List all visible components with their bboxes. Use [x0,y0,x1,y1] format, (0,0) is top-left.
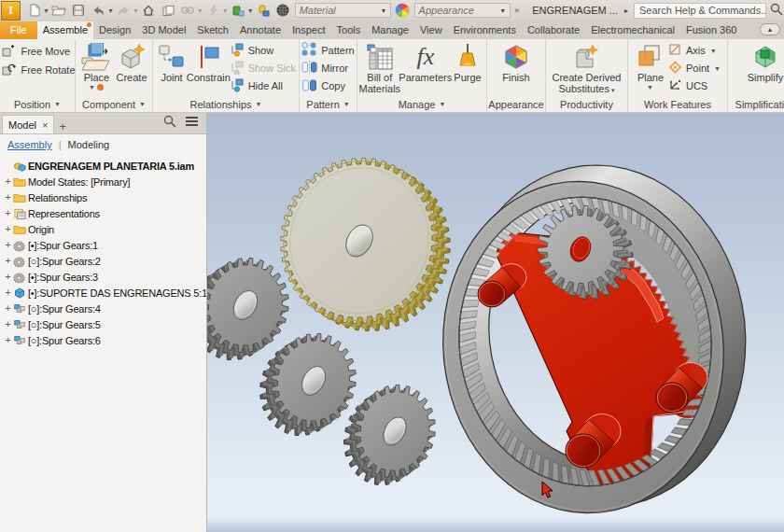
panel-footer-work-features[interactable]: Work Features [628,96,727,112]
panel-footer-pattern[interactable]: Pattern▼ [300,96,357,112]
tree-item[interactable]: ENGRENAGEM PLANETARIA 5.iam [0,158,206,174]
subtab-assembly[interactable]: Assembly [7,139,52,150]
purge-button[interactable]: Purge [452,41,483,84]
joint-button[interactable]: Joint [156,41,188,84]
undo-icon[interactable] [91,3,106,19]
appearance-adjust-icon[interactable] [256,3,272,19]
tree-item[interactable]: +[•]:Spur Gears:3 [0,269,206,285]
tab-sketch[interactable]: Sketch [191,21,234,39]
tree-item[interactable]: +[○]:Spur Gears:6 [0,332,206,348]
open-icon[interactable] [51,3,67,19]
tab-inspect[interactable]: Inspect [287,21,330,39]
constrain-button[interactable]: Constrain [189,41,228,84]
new-file-icon[interactable] [26,3,42,19]
tree-item[interactable]: +Origin [0,221,206,237]
color-wheel-icon[interactable] [395,3,410,19]
viewport-3d[interactable] [207,113,784,532]
plane-button[interactable]: Plane ▼ [635,41,666,92]
tree-item[interactable]: +[○]:Spur Gears:2 [0,253,206,269]
show-button[interactable]: Show [230,43,296,58]
parameters-button[interactable]: fx Parameters [401,41,450,84]
tab-assemble[interactable]: Assemble [37,21,93,39]
tab-view[interactable]: View [414,21,448,39]
mirror-button[interactable]: Mirror [301,61,354,76]
tree-expander-icon[interactable]: + [3,335,13,345]
appearance-combo[interactable]: Appearance ▼ [414,3,511,18]
update-icon[interactable] [180,3,196,19]
axis-button[interactable]: Axis ▼ [668,43,721,58]
tab-annotate[interactable]: Annotate [234,21,287,39]
title-arrow-icon[interactable]: ▸ [624,7,628,15]
tab-manage[interactable]: Manage [366,21,414,39]
close-icon[interactable]: × [42,119,48,131]
tab-design[interactable]: Design [93,21,136,39]
ucs-button[interactable]: UCS [668,78,721,93]
bill-of-materials-button[interactable]: Bill of Materials [360,41,399,95]
browser-search-icon[interactable] [162,114,177,131]
panel-footer-component[interactable]: Component▼ [76,96,152,112]
folder-icon [13,191,26,204]
tab-collaborate[interactable]: Collaborate [522,21,585,39]
browser-menu-icon[interactable] [185,116,199,129]
save-icon[interactable] [71,3,87,19]
tab-3d-model[interactable]: 3D Model [136,21,191,39]
tree-item[interactable]: +Model States: [Primary] [0,174,206,189]
tree-expander-icon[interactable]: + [3,224,13,234]
tree-expander-icon[interactable]: + [3,256,13,266]
tree-expander-icon[interactable]: + [3,192,13,203]
tree-expander-icon[interactable]: + [3,303,13,314]
create-button[interactable]: Create [115,41,147,84]
iproperties-icon[interactable] [275,3,291,19]
free-rotate-button[interactable]: Free Rotate [1,63,75,77]
create-derived-substitutes-button[interactable]: Create Derived Substitutes ▾ [552,41,623,96]
tab-file[interactable]: File [0,21,37,39]
point-button[interactable]: Point ▼ [668,61,721,76]
return-icon[interactable] [161,3,176,19]
panel-footer-relationships[interactable]: Relationships▼ [153,96,299,112]
toolbar-expand-icon[interactable]: » [514,6,517,15]
tree-item[interactable]: +Relationships [0,189,206,205]
finish-icon [501,42,531,72]
simplify-button[interactable]: Simplify [747,41,784,84]
subtab-modeling[interactable]: Modeling [68,139,110,150]
tree-expander-icon[interactable]: + [3,240,13,250]
add-tab-button[interactable]: + [54,119,71,133]
panel-footer-appearance[interactable]: Appearance [487,96,545,112]
tree-expander-icon[interactable]: + [3,176,13,187]
pattern-button[interactable]: Pattern [301,43,354,58]
search-input[interactable]: Search Help & Commands... [634,3,766,19]
finish-button[interactable]: Finish [500,41,532,84]
panel-footer-position[interactable]: Position▼ [0,96,75,112]
browser-tab-model[interactable]: Model × [2,115,54,133]
tree-item[interactable]: +[○]:Spur Gears:4 [0,301,206,316]
panel-footer-manage[interactable]: Manage▼ [357,96,486,112]
tree-item[interactable]: +[•]:Spur Gears:1 [0,237,206,253]
ribbon-collapse-button[interactable]: ▲ [760,23,780,35]
material-combo[interactable]: Material ▼ [295,3,392,18]
tab-electromechanical[interactable]: Electromechanical [585,21,680,39]
free-move-button[interactable]: Free Move [1,44,75,59]
tab-fusion-360[interactable]: Fusion 360 [680,21,742,39]
panel-footer-productivity[interactable]: Productivity [546,96,627,112]
tree-item[interactable]: +Representations [0,205,206,221]
show-sick-button[interactable]: Show Sick [230,61,296,76]
tree-item[interactable]: +[•]:SUPORTE DAS ENGRENAGENS 5:1 [0,285,206,301]
tree-expander-icon[interactable]: + [3,287,13,298]
quick-measure-icon[interactable] [205,3,221,19]
search-icon[interactable] [769,2,784,19]
place-button[interactable]: Place ▼ [79,41,113,92]
panel-footer-simplification[interactable]: Simplification [728,96,784,112]
redo-icon[interactable] [116,3,132,19]
constrain-icon [194,42,222,72]
home-icon[interactable] [141,3,157,19]
hide-all-button[interactable]: Hide All [230,78,296,93]
tree-expander-icon[interactable]: + [3,319,13,329]
tree-item[interactable]: +[○]:Spur Gears:5 [0,316,206,332]
tab-environments[interactable]: Environments [448,21,522,39]
material-browser-icon[interactable] [231,3,246,19]
inventor-logo-icon[interactable]: I [1,1,21,21]
copy-button[interactable]: Copy [301,78,354,93]
tree-expander-icon[interactable]: + [3,272,13,282]
tree-expander-icon[interactable]: + [3,208,13,218]
tab-tools[interactable]: Tools [331,21,367,39]
